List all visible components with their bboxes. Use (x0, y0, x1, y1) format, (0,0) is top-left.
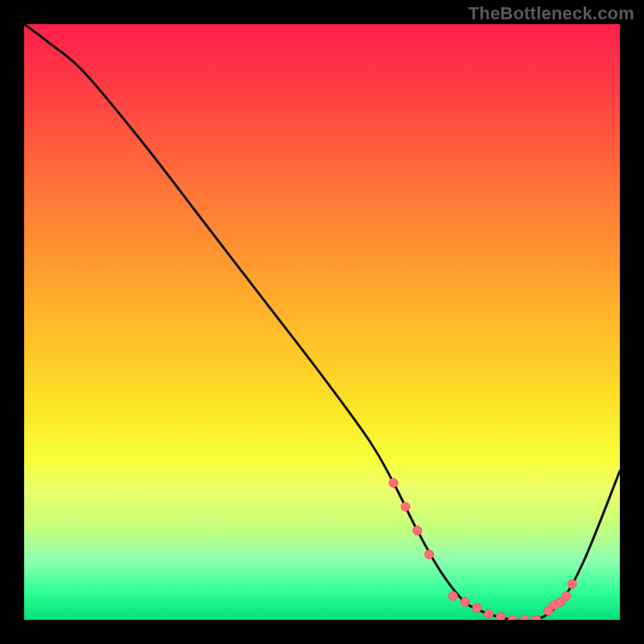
plot-area (24, 24, 620, 620)
data-point (425, 550, 434, 559)
data-point (508, 616, 517, 621)
curve-layer (24, 24, 620, 620)
data-point (556, 597, 565, 606)
data-point (448, 592, 457, 601)
data-point (389, 478, 398, 487)
bottleneck-curve (24, 24, 620, 620)
watermark-text: TheBottleneck.com (469, 3, 634, 24)
chart-stage: TheBottleneck.com (0, 0, 644, 644)
data-point (532, 616, 541, 621)
marker-group (389, 478, 576, 620)
data-point (473, 604, 481, 613)
data-point (568, 580, 576, 588)
data-point (485, 609, 493, 618)
data-point (544, 606, 553, 615)
data-point (460, 597, 469, 606)
data-point (413, 526, 422, 535)
data-point (520, 616, 529, 621)
data-point (550, 601, 559, 609)
data-point (497, 613, 506, 620)
data-point (562, 592, 571, 601)
data-point (401, 502, 410, 511)
